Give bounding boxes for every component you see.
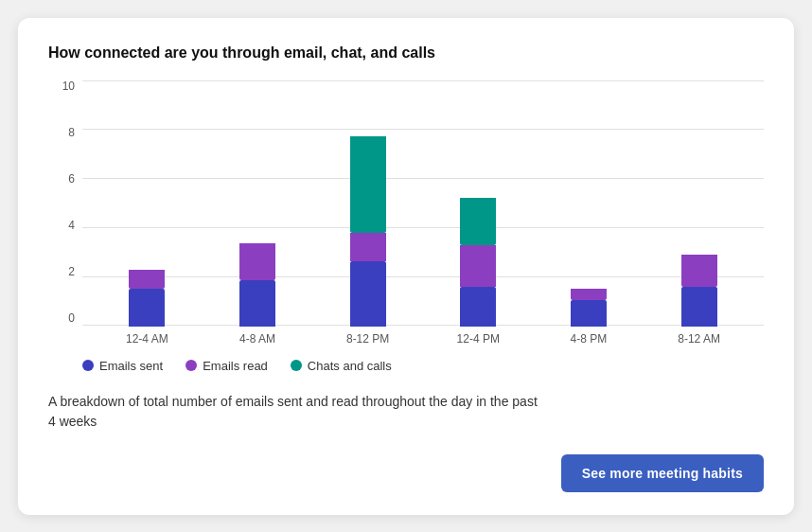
bar-group [450, 198, 506, 327]
legend-dot [82, 360, 94, 371]
bar-group [560, 289, 617, 326]
y-axis-label: 10 [62, 80, 75, 92]
emails-sent-segment [571, 300, 607, 327]
grid-and-bars [82, 80, 764, 327]
chart-body: 12-4 AM4-8 AM8-12 PM12-4 PM4-8 PM8-12 AM [82, 80, 764, 346]
emails-sent-segment [239, 280, 275, 326]
stacked-bar [571, 289, 607, 326]
y-axis-label: 6 [68, 173, 75, 185]
main-card: How connected are you through email, cha… [18, 18, 794, 515]
bar-group [671, 255, 728, 327]
x-axis-label: 12-4 PM [450, 332, 506, 346]
emails-sent-segment [129, 289, 165, 326]
legend: Emails sentEmails readChats and calls [48, 359, 764, 373]
x-axis-label: 8-12 AM [671, 332, 728, 346]
emails-read-segment [571, 289, 607, 300]
chats-calls-segment [350, 136, 386, 232]
emails-read-segment [460, 245, 496, 287]
legend-dot [291, 360, 302, 371]
legend-label: Emails sent [99, 359, 163, 373]
y-axis-label: 0 [68, 312, 75, 324]
x-axis-label: 4-8 AM [229, 332, 286, 346]
legend-label: Chats and calls [308, 359, 392, 373]
emails-read-segment [350, 233, 386, 261]
legend-item: Emails sent [82, 359, 163, 373]
footer: See more meeting habits [48, 454, 764, 492]
x-axis-label: 12-4 AM [118, 332, 175, 346]
card-title: How connected are you through email, cha… [48, 44, 764, 62]
bar-group [229, 243, 286, 326]
bars-row [82, 80, 764, 327]
emails-sent-segment [350, 261, 386, 327]
bar-group [118, 270, 175, 327]
legend-dot [185, 360, 197, 371]
stacked-bar [129, 270, 165, 327]
stacked-bar [460, 198, 496, 327]
emails-read-segment [681, 255, 717, 288]
x-labels: 12-4 AM4-8 AM8-12 PM12-4 PM4-8 PM8-12 AM [82, 327, 764, 346]
bar-group [340, 136, 397, 326]
chats-calls-segment [460, 198, 496, 246]
y-axis-label: 2 [68, 266, 75, 277]
legend-item: Emails read [185, 359, 268, 373]
description: A breakdown of total number of emails se… [48, 392, 540, 432]
legend-item: Chats and calls [291, 359, 392, 373]
emails-read-segment [129, 270, 165, 290]
y-axis: 1086420 [48, 80, 75, 346]
emails-sent-segment [681, 287, 717, 326]
chart-area: 1086420 12-4 AM4-8 AM8-12 PM12-4 PM4-8 P… [48, 80, 764, 346]
stacked-bar [239, 243, 275, 326]
y-axis-label: 4 [68, 220, 75, 231]
x-axis-label: 4-8 PM [560, 332, 617, 346]
y-axis-label: 8 [68, 127, 75, 138]
emails-read-segment [239, 243, 275, 280]
legend-label: Emails read [203, 359, 268, 373]
stacked-bar [350, 136, 386, 326]
emails-sent-segment [460, 287, 496, 326]
stacked-bar [681, 255, 717, 327]
see-more-button[interactable]: See more meeting habits [561, 454, 764, 492]
x-axis-label: 8-12 PM [340, 332, 397, 346]
